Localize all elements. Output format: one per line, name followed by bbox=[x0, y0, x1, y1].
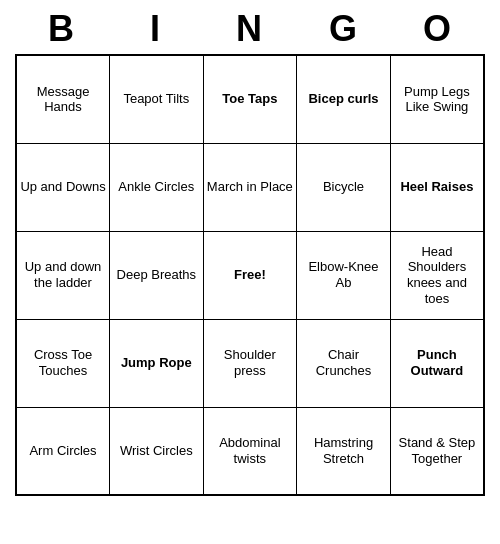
cell-r3-c2: Shoulder press bbox=[203, 319, 297, 407]
cell-r3-c0: Cross Toe Touches bbox=[16, 319, 110, 407]
title-n: N bbox=[203, 8, 297, 50]
cell-r0-c4: Pump Legs Like Swing bbox=[390, 55, 484, 143]
title-b: B bbox=[15, 8, 109, 50]
cell-r1-c0: Up and Downs bbox=[16, 143, 110, 231]
cell-r3-c4: Punch Outward bbox=[390, 319, 484, 407]
cell-r3-c1: Jump Rope bbox=[110, 319, 203, 407]
cell-r0-c2: Toe Taps bbox=[203, 55, 297, 143]
title-i: I bbox=[109, 8, 203, 50]
cell-r1-c2: March in Place bbox=[203, 143, 297, 231]
title-o: O bbox=[391, 8, 485, 50]
cell-r2-c0: Up and down the ladder bbox=[16, 231, 110, 319]
bingo-title: B I N G O bbox=[15, 0, 485, 54]
cell-r4-c3: Hamstring Stretch bbox=[297, 407, 391, 495]
cell-r3-c3: Chair Crunches bbox=[297, 319, 391, 407]
cell-r1-c1: Ankle Circles bbox=[110, 143, 203, 231]
cell-r4-c1: Wrist Circles bbox=[110, 407, 203, 495]
cell-r0-c0: Message Hands bbox=[16, 55, 110, 143]
cell-r4-c0: Arm Circles bbox=[16, 407, 110, 495]
cell-r4-c2: Abdominal twists bbox=[203, 407, 297, 495]
cell-r2-c3: Elbow-Knee Ab bbox=[297, 231, 391, 319]
cell-r2-c1: Deep Breaths bbox=[110, 231, 203, 319]
cell-r1-c3: Bicycle bbox=[297, 143, 391, 231]
cell-r2-c4: Head Shoulders knees and toes bbox=[390, 231, 484, 319]
cell-r4-c4: Stand & Step Together bbox=[390, 407, 484, 495]
cell-r2-c2: Free! bbox=[203, 231, 297, 319]
bingo-grid: Message HandsTeapot TiltsToe TapsBicep c… bbox=[15, 54, 485, 496]
cell-r0-c1: Teapot Tilts bbox=[110, 55, 203, 143]
cell-r0-c3: Bicep curls bbox=[297, 55, 391, 143]
cell-r1-c4: Heel Raises bbox=[390, 143, 484, 231]
title-g: G bbox=[297, 8, 391, 50]
